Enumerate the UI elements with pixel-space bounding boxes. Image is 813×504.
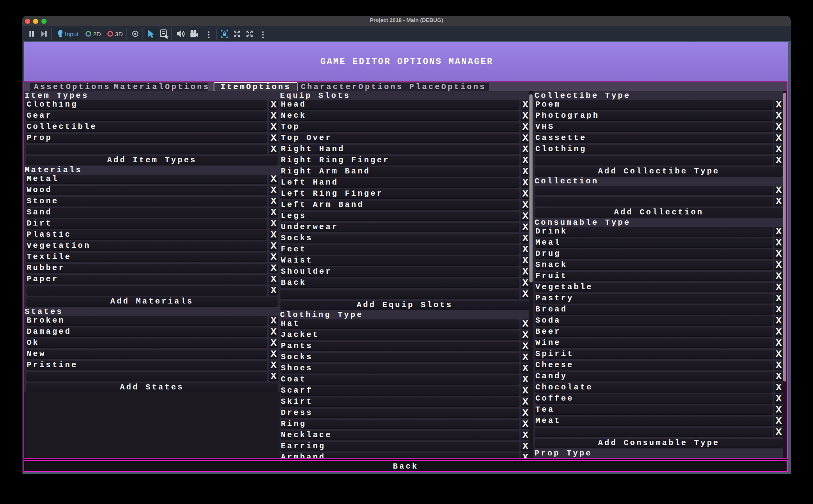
svg-text:Input: Input bbox=[65, 31, 79, 37]
svg-text:3D: 3D bbox=[115, 31, 123, 37]
svg-text:2D: 2D bbox=[93, 31, 101, 37]
